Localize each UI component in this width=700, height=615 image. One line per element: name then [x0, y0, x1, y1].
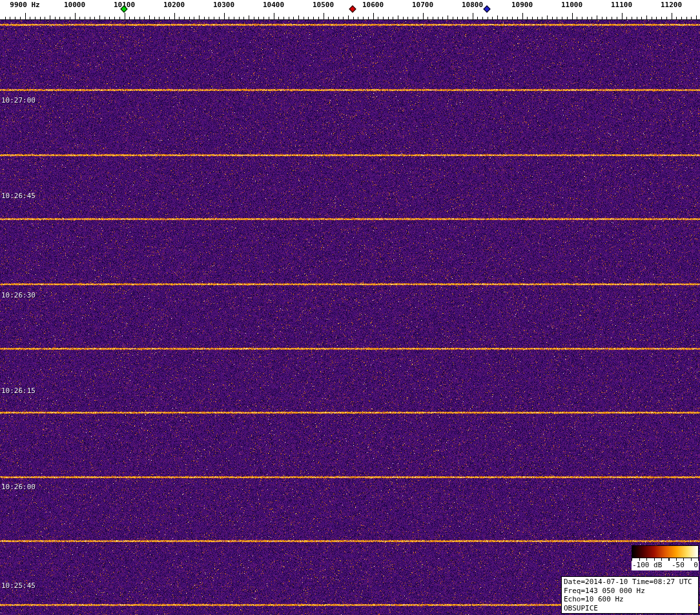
info-echo-line: Echo=10 600 Hz	[564, 595, 696, 604]
freq-minor-tick	[209, 17, 209, 19]
freq-minor-tick	[527, 17, 528, 19]
freq-minor-tick	[70, 17, 70, 19]
info-box: Date=2014-07-10 Time=08:27 UTC Freq=143 …	[561, 576, 699, 614]
freq-major-tick	[274, 13, 274, 19]
freq-minor-tick	[497, 15, 498, 19]
freq-minor-tick	[691, 17, 692, 19]
freq-minor-tick	[55, 17, 56, 19]
freq-minor-tick	[263, 17, 264, 19]
freq-major-tick	[622, 13, 623, 19]
freq-minor-tick	[453, 17, 453, 19]
freq-minor-tick	[129, 17, 130, 19]
freq-minor-tick	[40, 17, 41, 19]
freq-minor-tick	[492, 17, 493, 19]
freq-minor-tick	[532, 17, 533, 19]
freq-minor-tick	[154, 17, 155, 19]
freq-minor-tick	[90, 17, 90, 19]
freq-minor-tick	[557, 17, 557, 19]
freq-minor-tick	[507, 17, 508, 19]
freq-minor-tick	[109, 17, 110, 19]
freq-minor-tick	[358, 17, 358, 19]
freq-minor-tick	[612, 17, 612, 19]
freq-tick-label: 10300	[213, 1, 234, 9]
freq-minor-tick	[587, 17, 588, 19]
freq-minor-tick	[85, 17, 85, 19]
freq-minor-tick	[393, 17, 393, 19]
freq-minor-tick	[433, 17, 433, 19]
freq-minor-tick	[65, 17, 65, 19]
freq-tick-label: 10700	[412, 1, 433, 9]
spectrogram-canvas[interactable]	[0, 20, 700, 615]
freq-minor-tick	[45, 17, 45, 19]
freq-minor-tick	[353, 17, 354, 19]
color-scale-labels: -100 dB -50 0	[632, 561, 699, 570]
freq-minor-tick	[462, 17, 463, 19]
freq-minor-tick	[304, 17, 304, 19]
freq-minor-tick	[134, 17, 135, 19]
freq-minor-tick	[413, 17, 413, 19]
marker-red-diamond-icon[interactable]	[349, 5, 356, 12]
freq-minor-tick	[577, 17, 577, 19]
freq-tick-label: 11100	[611, 1, 632, 9]
freq-minor-tick	[30, 17, 30, 19]
marker-blue-diamond-icon[interactable]	[483, 5, 490, 12]
freq-minor-tick	[199, 15, 200, 19]
freq-minor-tick	[189, 17, 190, 19]
freq-minor-tick	[666, 17, 667, 19]
freq-minor-tick	[144, 17, 145, 19]
freq-minor-tick	[646, 15, 647, 19]
freq-minor-tick	[318, 17, 319, 19]
freq-minor-tick	[632, 17, 632, 19]
freq-minor-tick	[592, 17, 592, 19]
freq-minor-tick	[482, 17, 483, 19]
freq-minor-tick	[617, 17, 617, 19]
freq-minor-tick	[219, 17, 220, 19]
freq-minor-tick	[343, 17, 344, 19]
freq-minor-tick	[99, 15, 100, 19]
freq-major-tick	[174, 13, 175, 19]
freq-minor-tick	[169, 17, 170, 19]
freq-minor-tick	[656, 17, 657, 19]
freq-minor-tick	[79, 17, 80, 19]
frequency-ruler[interactable]: 9900 Hz100001010010200103001040010500106…	[0, 0, 700, 20]
freq-minor-tick	[562, 17, 562, 19]
scale-label-min: -100 dB	[632, 561, 662, 570]
freq-minor-tick	[328, 17, 329, 19]
freq-minor-tick	[696, 15, 697, 19]
freq-minor-tick	[637, 17, 637, 19]
freq-minor-tick	[407, 17, 408, 19]
freq-minor-tick	[363, 17, 364, 19]
freq-minor-tick	[652, 17, 652, 19]
freq-major-tick	[75, 13, 76, 19]
freq-major-tick	[373, 13, 374, 19]
freq-minor-tick	[20, 17, 21, 19]
freq-minor-tick	[293, 17, 294, 19]
freq-minor-tick	[457, 17, 458, 19]
freq-minor-tick	[50, 15, 50, 19]
freq-minor-tick	[348, 15, 349, 19]
info-date-line: Date=2014-07-10 Time=08:27 UTC	[564, 578, 696, 587]
freq-minor-tick	[542, 17, 542, 19]
freq-minor-tick	[388, 17, 389, 19]
info-station-line: OBSUPICE	[564, 604, 696, 613]
freq-tick-label: 10500	[313, 1, 334, 9]
scale-label-max: 0	[694, 561, 698, 570]
freq-minor-tick	[468, 17, 468, 19]
freq-minor-tick	[139, 17, 140, 19]
freq-minor-tick	[676, 17, 677, 19]
freq-minor-tick	[184, 17, 185, 19]
freq-minor-tick	[477, 17, 478, 19]
freq-minor-tick	[94, 17, 95, 19]
freq-minor-tick	[298, 15, 299, 19]
freq-minor-tick	[229, 17, 229, 19]
freq-minor-tick	[258, 17, 259, 19]
freq-minor-tick	[15, 17, 15, 19]
spectrogram-app: 9900 Hz100001010010200103001040010500106…	[0, 0, 700, 615]
freq-tick-label: 9900 Hz	[10, 1, 39, 9]
freq-minor-tick	[438, 17, 438, 19]
freq-minor-tick	[164, 17, 165, 19]
freq-minor-tick	[105, 17, 105, 19]
freq-minor-tick	[114, 17, 115, 19]
freq-major-tick	[125, 13, 125, 19]
freq-minor-tick	[308, 17, 309, 19]
